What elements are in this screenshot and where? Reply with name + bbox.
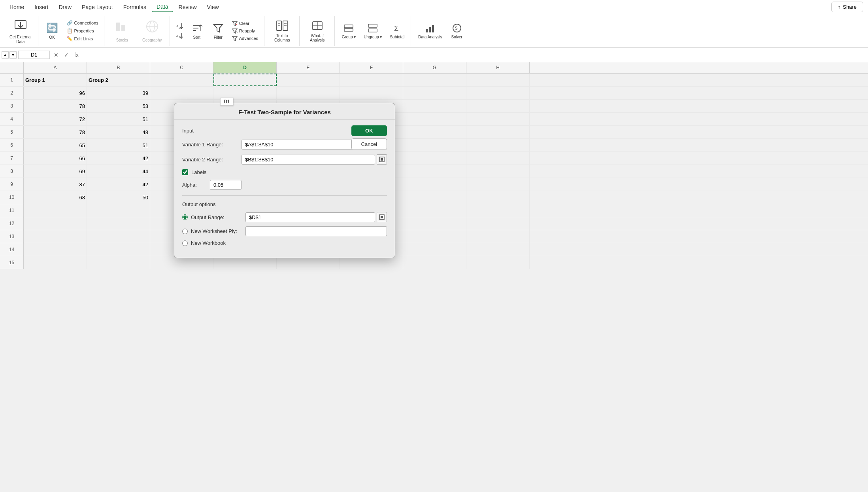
solver-button[interactable]: S Solver <box>447 21 467 41</box>
spreadsheet-cell[interactable] <box>403 139 466 151</box>
spreadsheet-cell[interactable]: 51 <box>87 113 150 125</box>
menu-home[interactable]: Home <box>5 2 29 12</box>
spreadsheet-cell[interactable] <box>340 87 403 99</box>
spreadsheet-cell[interactable]: 72 <box>24 113 87 125</box>
subtotal-button[interactable]: Σ Subtotal <box>387 21 408 41</box>
spreadsheet-cell[interactable] <box>24 230 87 243</box>
spreadsheet-cell[interactable] <box>466 126 530 138</box>
spreadsheet-cell[interactable]: 39 <box>87 87 150 99</box>
spreadsheet-cell[interactable]: 65 <box>24 139 87 151</box>
text-to-columns-button[interactable]: Text toColumns <box>268 18 296 44</box>
spreadsheet-cell[interactable] <box>87 217 150 230</box>
menu-formulas[interactable]: Formulas <box>119 2 151 12</box>
col-header-e[interactable]: E <box>277 62 340 73</box>
spreadsheet-cell[interactable] <box>403 243 466 256</box>
advanced-button[interactable]: Advanced <box>230 35 261 42</box>
cancel-button[interactable]: Cancel <box>351 138 387 150</box>
col-header-d[interactable]: D <box>213 62 277 73</box>
spreadsheet-cell[interactable] <box>403 74 466 86</box>
spreadsheet-cell[interactable] <box>87 230 150 243</box>
spreadsheet-cell[interactable] <box>466 256 530 269</box>
refresh-all-button[interactable]: 🔄 OK <box>42 16 62 46</box>
spreadsheet-cell[interactable] <box>24 243 87 256</box>
menu-view[interactable]: View <box>202 2 224 12</box>
spreadsheet-cell[interactable]: 68 <box>24 191 87 204</box>
spreadsheet-cell[interactable] <box>403 217 466 230</box>
spreadsheet-cell[interactable]: 50 <box>87 191 150 204</box>
reapply-button[interactable]: Reapply <box>230 27 261 34</box>
new-workbook-radio[interactable] <box>182 240 188 246</box>
stocks-button[interactable]: Stocks <box>108 18 136 44</box>
data-analysis-button[interactable]: Data Analysis <box>415 21 445 41</box>
col-header-f[interactable]: F <box>340 62 403 73</box>
spreadsheet-cell[interactable]: 53 <box>87 100 150 112</box>
spreadsheet-cell[interactable] <box>150 87 213 99</box>
name-box[interactable] <box>18 51 50 59</box>
sort-za-button[interactable]: ZA <box>174 31 185 40</box>
output-range-radio[interactable] <box>182 214 188 220</box>
sort-button[interactable]: Sort <box>187 21 207 41</box>
spreadsheet-cell[interactable]: 96 <box>24 87 87 99</box>
filter-button[interactable]: Filter <box>208 21 228 41</box>
spreadsheet-cell[interactable] <box>466 165 530 178</box>
spreadsheet-cell[interactable] <box>277 74 340 86</box>
spreadsheet-cell[interactable] <box>466 87 530 99</box>
spreadsheet-cell[interactable] <box>87 204 150 217</box>
spreadsheet-cell[interactable] <box>24 256 87 269</box>
spreadsheet-cell[interactable] <box>466 243 530 256</box>
geography-button[interactable]: Geography <box>138 18 166 44</box>
spreadsheet-cell[interactable] <box>466 152 530 165</box>
output-range-input[interactable] <box>245 212 375 222</box>
spreadsheet-cell[interactable] <box>403 256 466 269</box>
spreadsheet-cell[interactable] <box>150 74 213 86</box>
confirm-formula-button[interactable]: ✓ <box>62 51 71 59</box>
spreadsheet-cell[interactable] <box>213 74 277 86</box>
spreadsheet-cell[interactable] <box>403 165 466 178</box>
spreadsheet-cell[interactable] <box>466 100 530 112</box>
spreadsheet-cell[interactable]: 42 <box>87 152 150 165</box>
col-header-g[interactable]: G <box>403 62 466 73</box>
menu-page-layout[interactable]: Page Layout <box>77 2 118 12</box>
col-header-b[interactable]: B <box>87 62 150 73</box>
spreadsheet-cell[interactable] <box>340 74 403 86</box>
fx-button[interactable]: fx <box>72 51 81 59</box>
spreadsheet-cell[interactable] <box>466 178 530 191</box>
spreadsheet-cell[interactable] <box>87 243 150 256</box>
spreadsheet-cell[interactable] <box>24 217 87 230</box>
spreadsheet-cell[interactable] <box>466 217 530 230</box>
spreadsheet-cell[interactable] <box>403 191 466 204</box>
col-header-h[interactable]: H <box>466 62 530 73</box>
col-header-c[interactable]: C <box>150 62 213 73</box>
spreadsheet-cell[interactable]: 78 <box>24 126 87 138</box>
edit-links-button[interactable]: ✏️ Edit Links <box>64 35 101 42</box>
spreadsheet-cell[interactable] <box>403 100 466 112</box>
spreadsheet-cell[interactable]: 87 <box>24 178 87 191</box>
properties-button[interactable]: 📋 Properties <box>64 27 101 34</box>
connections-button[interactable]: 🔗 Connections <box>64 19 101 26</box>
ungroup-button[interactable]: Ungroup ▾ <box>360 21 385 41</box>
group-button[interactable]: Group ▾ <box>339 21 359 41</box>
new-worksheet-input[interactable] <box>245 226 387 236</box>
spreadsheet-cell[interactable] <box>403 204 466 217</box>
labels-checkbox[interactable] <box>182 169 188 175</box>
spreadsheet-cell[interactable] <box>466 204 530 217</box>
sort-az-button[interactable]: AZ <box>174 22 185 30</box>
dialog[interactable]: F-Test Two-Sample for Variances OK Cance… <box>174 103 395 258</box>
spreadsheet-cell[interactable] <box>466 230 530 243</box>
menu-review[interactable]: Review <box>174 2 202 12</box>
spreadsheet-cell[interactable]: Group 2 <box>87 74 150 86</box>
spreadsheet-cell[interactable] <box>403 87 466 99</box>
alpha-input[interactable] <box>210 180 242 190</box>
spreadsheet-cell[interactable]: 69 <box>24 165 87 178</box>
formula-input[interactable] <box>83 51 866 59</box>
spreadsheet-cell[interactable] <box>466 113 530 125</box>
spreadsheet-cell[interactable] <box>403 230 466 243</box>
new-worksheet-radio[interactable] <box>182 229 188 234</box>
spreadsheet-cell[interactable] <box>403 126 466 138</box>
clear-button[interactable]: Clear <box>230 20 261 27</box>
spreadsheet-cell[interactable]: 42 <box>87 178 150 191</box>
spreadsheet-cell[interactable]: Group 1 <box>24 74 87 86</box>
spreadsheet-cell[interactable] <box>277 87 340 99</box>
spreadsheet-cell[interactable] <box>403 152 466 165</box>
name-box-collapse[interactable]: ▼ <box>9 51 17 59</box>
